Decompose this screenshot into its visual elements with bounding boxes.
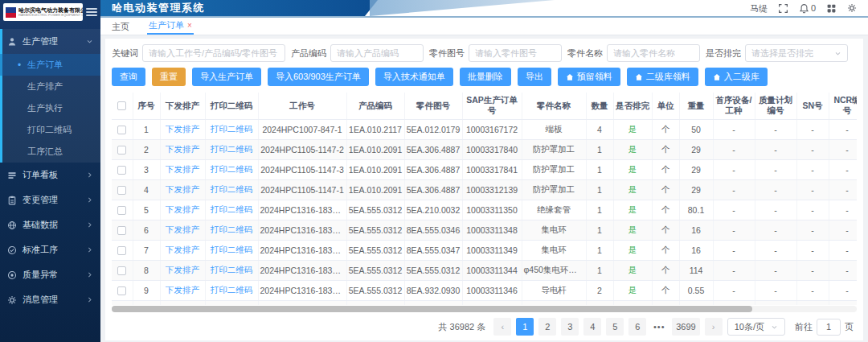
issue-production-link[interactable]: 下发排产 xyxy=(166,245,199,254)
sidebar-item[interactable]: 基础数据 xyxy=(0,212,100,237)
print-qrcode-link[interactable]: 打印二维码 xyxy=(211,245,253,254)
row-checkbox[interactable] xyxy=(117,126,126,134)
导入技术通知单-button[interactable]: 导入技术通知单 xyxy=(375,68,453,86)
查询-button[interactable]: 查询 xyxy=(112,68,145,86)
scheduled-cell: 是 xyxy=(613,240,652,260)
print-qrcode-link[interactable]: 打印二维码 xyxy=(211,184,253,194)
filter-input[interactable] xyxy=(469,44,562,62)
select-all-checkbox[interactable] xyxy=(117,101,126,110)
row-checkbox[interactable] xyxy=(117,166,126,175)
quality-plan-cell: - xyxy=(755,179,796,200)
chevron-down-icon xyxy=(771,323,778,331)
sidebar-item[interactable]: 生产管理 xyxy=(0,29,100,54)
二级库领料-button[interactable]: 二级库领料 xyxy=(627,68,698,86)
chevron-right-icon xyxy=(86,171,93,179)
app-root: 哈尔滨电气动力装备有限公司 HARBIN ELECTRIC POWER EQUI… xyxy=(0,0,868,342)
issue-production-link[interactable]: 下发排产 xyxy=(166,305,199,306)
sidebar-subitem[interactable]: 生产执行 xyxy=(0,97,100,119)
issue-production-link[interactable]: 下发排产 xyxy=(166,285,199,295)
print-qrcode-link[interactable]: 打印二维码 xyxy=(211,144,253,154)
seq-cell: 9 xyxy=(133,280,160,300)
page-button[interactable]: 6 xyxy=(628,318,646,336)
sap-no-cell: 10003311344 xyxy=(462,260,522,280)
username: 马缇 xyxy=(750,2,768,14)
page-button[interactable]: 2 xyxy=(538,318,556,336)
预留领料-button[interactable]: 预留领料 xyxy=(558,68,620,86)
filter-select[interactable]: 请选择是否排完 xyxy=(745,44,848,62)
next-page-button[interactable]: › xyxy=(705,318,723,336)
入二级库-button[interactable]: 入二级库 xyxy=(705,68,768,86)
horizontal-scrollbar[interactable] xyxy=(112,306,857,312)
row-checkbox[interactable] xyxy=(117,286,126,295)
goto-suffix: 页 xyxy=(845,321,854,333)
row-checkbox[interactable] xyxy=(117,246,126,255)
批量删除-button[interactable]: 批量删除 xyxy=(460,68,511,86)
filter-input[interactable] xyxy=(142,44,285,62)
tab-close-icon[interactable]: × xyxy=(187,22,192,30)
fullscreen-icon[interactable] xyxy=(778,3,788,14)
ncr-no-cell: - xyxy=(829,119,857,139)
导出-button[interactable]: 导出 xyxy=(518,68,551,86)
issue-production-link[interactable]: 下发排产 xyxy=(166,204,199,214)
row-checkbox[interactable] xyxy=(117,206,126,215)
issue-production-cell: 下发排产 xyxy=(160,179,205,200)
issue-production-link[interactable]: 下发排产 xyxy=(166,184,199,194)
重置-button[interactable]: 重置 xyxy=(152,68,186,86)
filter-input[interactable] xyxy=(607,44,700,62)
print-qrcode-link[interactable]: 打印二维码 xyxy=(211,204,253,214)
sidebar-subitem[interactable]: 打印二维码 xyxy=(0,119,100,141)
sidebar-item[interactable]: 消息管理 xyxy=(0,287,100,312)
issue-production-link[interactable]: 下发排产 xyxy=(166,225,199,234)
sidebar-item[interactable]: 订单看板 xyxy=(0,163,100,187)
sidebar-item[interactable]: 变更管理 xyxy=(0,187,100,212)
导入生产订单-button[interactable]: 导入生产订单 xyxy=(192,68,261,86)
sidebar-item[interactable]: 标准工序 xyxy=(0,237,100,262)
page-button[interactable]: 3 xyxy=(561,318,579,336)
issue-production-link[interactable]: 下发排产 xyxy=(166,164,199,174)
tab-item[interactable]: 主页 xyxy=(110,19,131,35)
page-button[interactable]: 5 xyxy=(606,318,624,336)
scheduled-badge: 是 xyxy=(628,144,637,154)
issue-production-link[interactable]: 下发排产 xyxy=(166,265,199,274)
row-checkbox[interactable] xyxy=(117,186,126,195)
page-button[interactable]: 4 xyxy=(583,318,601,336)
prev-page-button[interactable]: ‹ xyxy=(493,318,511,336)
product-code-cell: 1EA.010.2091 xyxy=(346,159,404,179)
row-checkbox[interactable] xyxy=(117,266,126,275)
row-checkbox[interactable] xyxy=(117,146,126,155)
issue-production-link[interactable]: 下发排产 xyxy=(166,124,199,134)
pager-ellipsis[interactable]: ••• xyxy=(651,322,667,332)
page-size-select[interactable]: 10条/页 xyxy=(727,318,785,336)
print-qrcode-link[interactable]: 打印二维码 xyxy=(211,285,253,295)
page-button[interactable]: 3699 xyxy=(672,318,699,336)
row-checkbox[interactable] xyxy=(117,226,126,235)
print-qrcode-link[interactable]: 打印二维码 xyxy=(211,265,253,274)
sn-cell: - xyxy=(796,280,829,300)
quality-plan-cell: - xyxy=(755,300,796,305)
tab-active[interactable]: 生产订单× xyxy=(147,17,194,35)
filter-input[interactable] xyxy=(330,44,424,62)
sidebar-subitem[interactable]: 生产排产 xyxy=(0,76,100,97)
app-title-banner: 哈电动装管理系统 xyxy=(100,0,378,16)
sidebar-subitem[interactable]: •生产订单 xyxy=(0,54,100,76)
sidebar-item[interactable]: 质量异常 xyxy=(0,262,100,287)
apps-grid-icon[interactable] xyxy=(826,3,837,14)
导入603/903生产订单-button[interactable]: 导入603/903生产订单 xyxy=(268,68,369,86)
page-button[interactable]: 1 xyxy=(516,318,534,336)
sn-cell: - xyxy=(796,240,829,260)
sidebar-collapse-icon[interactable] xyxy=(86,6,97,18)
settings-gear-icon[interactable] xyxy=(847,3,857,13)
pagination: 共 36982 条‹123456•••3699›10条/页前往页 xyxy=(112,312,857,339)
print-qrcode-link[interactable]: 打印二维码 xyxy=(211,164,253,174)
filter-bar: 关键词产品编码零件图号零件名称是否排完请选择是否排完 xyxy=(112,44,857,62)
qty-cell: 2 xyxy=(586,300,613,305)
sidebar-subitem[interactable]: 工序汇总 xyxy=(0,141,100,163)
print-qrcode-link[interactable]: 打印二维码 xyxy=(211,225,253,234)
issue-production-link[interactable]: 下发排产 xyxy=(166,144,199,154)
button-label: 导入生产订单 xyxy=(200,71,253,83)
print-qrcode-link[interactable]: 打印二维码 xyxy=(211,124,253,134)
notifications-button[interactable]: 0 xyxy=(799,3,816,14)
print-qrcode-link[interactable]: 打印二维码 xyxy=(211,305,253,306)
scrollbar-thumb[interactable] xyxy=(112,306,752,312)
goto-page-input[interactable] xyxy=(817,319,841,336)
